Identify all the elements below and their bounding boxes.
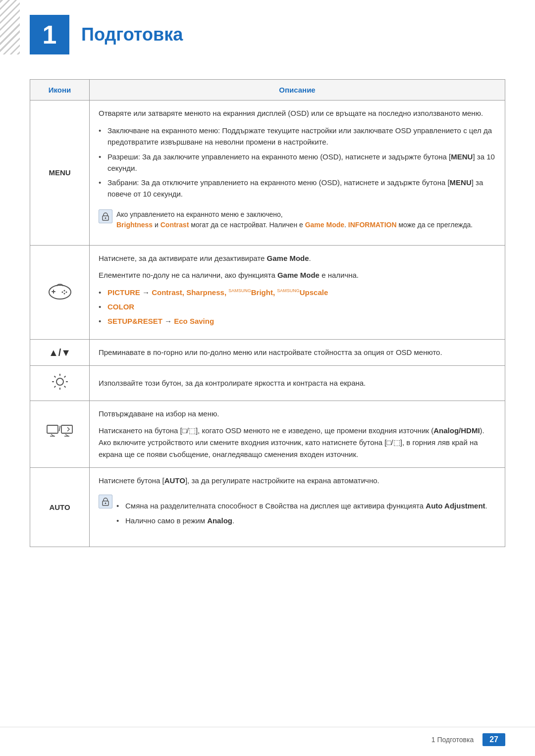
svg-line-17 [54, 386, 55, 388]
page-number: 27 [482, 733, 505, 746]
auto-adj-bold: Auto Adjustment [426, 502, 485, 510]
svg-point-26 [105, 503, 107, 504]
svg-point-9 [56, 378, 63, 385]
note-highlight-3: Game Mode [305, 221, 344, 229]
game-mode-bold-2: Game Mode [277, 271, 320, 279]
menu-note: Ако управлението на екранното меню е зак… [99, 206, 496, 233]
svg-rect-18 [47, 425, 58, 433]
table-row: ▲/▼ Преминавате в по-горно или по-долно … [30, 340, 505, 366]
auto-bold: AUTO [164, 476, 185, 485]
setup-label: SETUP&RESET [107, 317, 162, 325]
table-row: / Потвърждаване на избор на меню. [30, 401, 505, 468]
brightness-desc: Използвайте този бутон, за да контролира… [99, 377, 496, 389]
monitor-desc-2: Натискането на бутона [□/⬚], когато OSD … [99, 425, 496, 460]
svg-text:/: / [58, 425, 60, 433]
desc-brightness: Използвайте този бутон, за да контролира… [90, 366, 505, 401]
auto-lock-icon [99, 495, 112, 508]
icon-gamepad [30, 245, 90, 340]
svg-point-7 [63, 293, 65, 294]
analog-hdmi-bold: Analog/HDMI [433, 426, 480, 435]
icon-menu: MENU [30, 101, 90, 246]
auto-note: Смяна на разделителната способност в Сво… [99, 492, 496, 535]
auto-label: AUTO [49, 503, 70, 511]
table-row: MENU Отваряте или затваряте менюто на ек… [30, 101, 505, 246]
icon-nav: ▲/▼ [30, 340, 90, 366]
icon-auto: AUTO [30, 468, 90, 547]
desc-menu: Отваряте или затваряте менюто на екранни… [90, 101, 505, 246]
menu-bullets: Заключване на екранното меню: Поддържате… [99, 123, 496, 202]
svg-point-8 [61, 291, 63, 293]
analog-bold: Analog [207, 516, 232, 525]
list-item: Смяна на разделителната способност в Сво… [116, 499, 487, 513]
list-item: COLOR [99, 300, 496, 314]
svg-line-14 [54, 376, 55, 378]
page-header: 1 Подготовка [0, 0, 535, 64]
stripe-decoration [0, 0, 20, 54]
gamepad-bullets: PICTURE → Contrast, Sharpness, SAMSUNGBr… [99, 285, 496, 329]
monitor-source-icon: / [39, 424, 80, 445]
menu-label: MENU [49, 168, 70, 177]
table-row: Натиснете, за да активирате или дезактив… [30, 245, 505, 340]
desc-nav: Преминавате в по-горно или по-долно меню… [90, 340, 505, 366]
svg-rect-22 [61, 425, 72, 433]
auto-note-content: Смяна на разделителната способност в Сво… [116, 495, 487, 532]
sun-icon [39, 373, 80, 394]
note-content: Ако управлението на екранното меню е зак… [116, 209, 473, 230]
svg-line-16 [64, 376, 65, 378]
list-item: Заключване на екранното меню: Поддържате… [99, 123, 496, 150]
auto-desc-1: Натиснете бутона [AUTO], за да регулират… [99, 475, 496, 487]
list-item: PICTURE → Contrast, Sharpness, SAMSUNGBr… [99, 285, 496, 300]
svg-line-15 [64, 386, 65, 388]
monitor-desc-1: Потвърждаване на избор на меню. [99, 408, 496, 420]
svg-point-5 [63, 290, 65, 291]
color-label: COLOR [107, 302, 134, 311]
page-footer: 1 Подготовка 27 [0, 727, 535, 746]
icon-brightness [30, 366, 90, 401]
lock-icon [99, 209, 112, 223]
desc-monitor: Потвърждаване на избор на меню. Натискан… [90, 401, 505, 468]
footer-chapter-label: 1 Подготовка [431, 736, 474, 744]
list-item: Забрани: За да отключите управлението на… [99, 175, 496, 202]
desc-gamepad: Натиснете, за да активирате или дезактив… [90, 245, 505, 340]
chapter-title: Подготовка [81, 24, 183, 45]
note-highlight-4: INFORMATION [348, 221, 397, 229]
list-item: SETUP&RESET → Eco Saving [99, 314, 496, 328]
svg-point-1 [105, 217, 107, 219]
contrast-label: Contrast, Sharpness, [152, 288, 228, 297]
note-highlight-1: Brightness [116, 221, 153, 229]
auto-bullets: Смяна на разделителната способност в Сво… [116, 499, 487, 528]
picture-label: PICTURE [107, 288, 140, 297]
nav-desc: Преминавате в по-горно или по-долно меню… [99, 347, 496, 358]
gamepad-desc-2: Елементите по-долу не са налични, ако фу… [99, 269, 496, 281]
main-content: Икони Описание MENU Отваряте или затваря… [0, 64, 535, 577]
menu-desc-1: Отваряте или затваряте менюто на екранни… [99, 107, 496, 119]
nav-arrows-icon: ▲/▼ [49, 347, 71, 358]
svg-point-6 [65, 291, 67, 293]
gamepad-desc-1: Натиснете, за да активирате или дезактив… [99, 252, 496, 264]
chapter-number: 1 [30, 15, 69, 54]
desc-auto: Натиснете бутона [AUTO], за да регулират… [90, 468, 505, 547]
eco-saving-label: Eco Saving [174, 317, 214, 325]
samsung-sup-2: SAMSUNG [277, 288, 300, 293]
icon-monitor: / [30, 401, 90, 468]
table-row: Използвайте този бутон, за да контролира… [30, 366, 505, 401]
game-mode-bold-1: Game Mode [267, 254, 309, 262]
gamepad-icon [39, 281, 80, 303]
list-item: Налично само в режим Analog. [116, 513, 487, 528]
samsung-sup-1: SAMSUNG [228, 288, 251, 293]
list-item: Разреши: За да заключите управлението на… [99, 150, 496, 176]
table-row: AUTO Натиснете бутона [AUTO], за да регу… [30, 468, 505, 547]
info-table: Икони Описание MENU Отваряте или затваря… [30, 79, 505, 547]
col-header-description: Описание [90, 80, 505, 101]
col-header-icons: Икони [30, 80, 90, 101]
note-highlight-2: Contrast [160, 221, 189, 229]
magic-bright-label: Bright, [251, 288, 277, 297]
svg-rect-4 [52, 291, 55, 292]
upscale-label: Upscale [300, 288, 328, 297]
footer-right: 1 Подготовка 27 [431, 733, 505, 746]
